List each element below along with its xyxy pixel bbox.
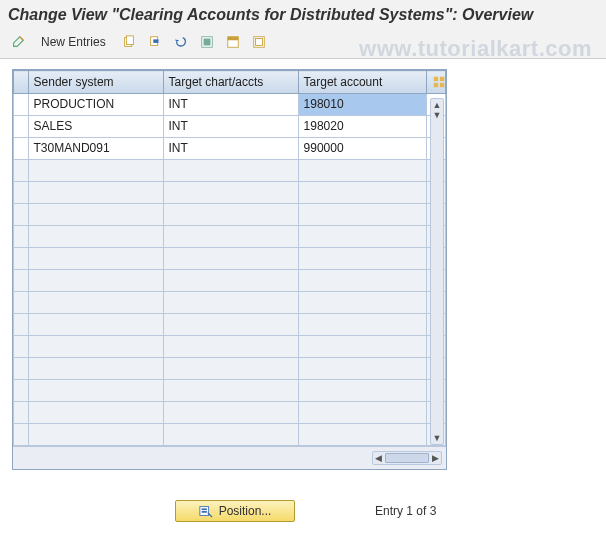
other-view-icon[interactable] [8, 32, 28, 52]
cell-sender-system[interactable] [28, 226, 163, 248]
cell-sender-system[interactable]: PRODUCTION [28, 94, 163, 116]
select-block-icon[interactable] [223, 32, 243, 52]
cell-target-account[interactable]: 990000 [298, 138, 427, 160]
delete-icon[interactable] [145, 32, 165, 52]
cell-target-account[interactable] [298, 270, 427, 292]
table-row[interactable] [14, 336, 446, 358]
cell-target-chart[interactable] [163, 160, 298, 182]
cell-sender-system[interactable] [28, 292, 163, 314]
table-row[interactable] [14, 226, 446, 248]
table-row[interactable] [14, 424, 446, 446]
table-row[interactable] [14, 314, 446, 336]
table-row[interactable] [14, 380, 446, 402]
cell-sender-system[interactable] [28, 314, 163, 336]
cell-target-account[interactable] [298, 314, 427, 336]
row-selector[interactable] [14, 226, 29, 248]
cell-target-account[interactable] [298, 292, 427, 314]
cell-sender-system[interactable]: T30MAND091 [28, 138, 163, 160]
deselect-all-icon[interactable] [249, 32, 269, 52]
row-selector[interactable] [14, 138, 29, 160]
cell-target-chart[interactable]: INT [163, 138, 298, 160]
cell-target-account[interactable]: 198020 [298, 116, 427, 138]
cell-target-chart[interactable]: INT [163, 94, 298, 116]
row-selector-header[interactable] [14, 71, 29, 94]
scroll-down-icon[interactable]: ▼ [433, 432, 442, 444]
cell-target-chart[interactable] [163, 292, 298, 314]
scroll-right-icon[interactable]: ▶ [432, 453, 439, 463]
table-row[interactable]: SALESINT198020 [14, 116, 446, 138]
row-selector[interactable] [14, 336, 29, 358]
row-selector[interactable] [14, 358, 29, 380]
cell-target-chart[interactable] [163, 424, 298, 446]
table-row[interactable] [14, 248, 446, 270]
table-row[interactable] [14, 402, 446, 424]
cell-target-account[interactable] [298, 424, 427, 446]
col-sender-system[interactable]: Sender system [28, 71, 163, 94]
table-row[interactable] [14, 270, 446, 292]
cell-target-account[interactable] [298, 402, 427, 424]
cell-sender-system[interactable] [28, 336, 163, 358]
cell-target-account[interactable] [298, 336, 427, 358]
cell-sender-system[interactable]: SALES [28, 116, 163, 138]
cell-sender-system[interactable] [28, 270, 163, 292]
cell-target-account[interactable] [298, 248, 427, 270]
row-selector[interactable] [14, 116, 29, 138]
row-selector[interactable] [14, 248, 29, 270]
cell-sender-system[interactable] [28, 248, 163, 270]
undo-icon[interactable] [171, 32, 191, 52]
cell-target-chart[interactable] [163, 314, 298, 336]
cell-sender-system[interactable] [28, 402, 163, 424]
vertical-scrollbar[interactable]: ▲ ▼ ▼ [430, 98, 444, 445]
row-selector[interactable] [14, 182, 29, 204]
row-selector[interactable] [14, 94, 29, 116]
cell-target-chart[interactable] [163, 248, 298, 270]
row-selector[interactable] [14, 270, 29, 292]
new-entries-button[interactable]: New Entries [34, 32, 113, 52]
cell-target-chart[interactable] [163, 270, 298, 292]
col-target-chart[interactable]: Target chart/accts [163, 71, 298, 94]
cell-sender-system[interactable] [28, 182, 163, 204]
table-row[interactable] [14, 358, 446, 380]
table-settings-icon[interactable] [427, 71, 446, 94]
cell-target-account[interactable] [298, 226, 427, 248]
scroll-left-icon[interactable]: ◀ [375, 453, 382, 463]
copy-as-icon[interactable] [119, 32, 139, 52]
cell-target-chart[interactable] [163, 358, 298, 380]
row-selector[interactable] [14, 204, 29, 226]
cell-target-chart[interactable] [163, 336, 298, 358]
horizontal-scrollbar[interactable]: ◀ ▶ [372, 451, 442, 465]
row-selector[interactable] [14, 314, 29, 336]
cell-target-account[interactable] [298, 204, 427, 226]
row-selector[interactable] [14, 160, 29, 182]
row-selector[interactable] [14, 380, 29, 402]
cell-sender-system[interactable] [28, 424, 163, 446]
col-target-account[interactable]: Target account [298, 71, 427, 94]
row-selector[interactable] [14, 292, 29, 314]
cell-target-chart[interactable] [163, 380, 298, 402]
row-selector[interactable] [14, 424, 29, 446]
cell-target-chart[interactable] [163, 182, 298, 204]
cell-target-chart[interactable] [163, 402, 298, 424]
scroll-down-small-icon[interactable]: ▼ [433, 109, 442, 121]
table-row[interactable] [14, 204, 446, 226]
table-row[interactable] [14, 292, 446, 314]
row-selector[interactable] [14, 402, 29, 424]
table-row[interactable]: T30MAND091INT990000 [14, 138, 446, 160]
cell-target-account[interactable] [298, 358, 427, 380]
hscroll-thumb[interactable] [385, 453, 429, 463]
select-all-icon[interactable] [197, 32, 217, 52]
cell-target-chart[interactable] [163, 226, 298, 248]
cell-sender-system[interactable] [28, 380, 163, 402]
cell-sender-system[interactable] [28, 160, 163, 182]
table-row[interactable] [14, 160, 446, 182]
cell-target-account[interactable] [298, 182, 427, 204]
cell-target-account[interactable] [298, 380, 427, 402]
table-row[interactable]: PRODUCTIONINT198010 [14, 94, 446, 116]
cell-sender-system[interactable] [28, 204, 163, 226]
cell-target-chart[interactable] [163, 204, 298, 226]
cell-target-account[interactable] [298, 160, 427, 182]
table-row[interactable] [14, 182, 446, 204]
cell-target-chart[interactable]: INT [163, 116, 298, 138]
cell-target-account[interactable]: 198010 [298, 94, 427, 116]
cell-sender-system[interactable] [28, 358, 163, 380]
